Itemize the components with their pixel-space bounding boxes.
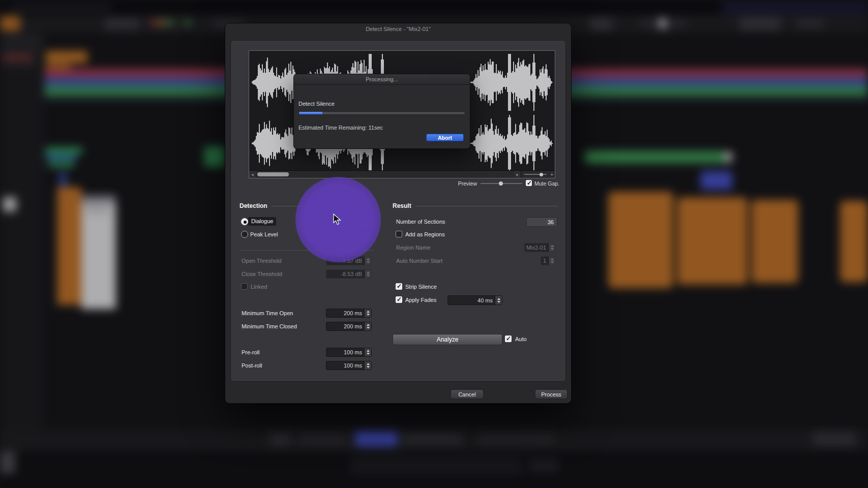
pre-roll-stepper-icon[interactable]	[364, 348, 371, 356]
number-of-sections-value: 36	[526, 217, 557, 227]
post-roll-value: 100 ms	[326, 362, 364, 369]
zoom-plus-icon[interactable]: +	[550, 171, 553, 178]
minimum-time-open-stepper-icon[interactable]	[364, 309, 371, 317]
screen: Detect Silence - "Mix2-01" ◂ ▸ + Preview	[0, 0, 868, 488]
auto-number-start-field[interactable]: 1	[541, 256, 556, 265]
waveform-scrollbar[interactable]: ◂ ▸ +	[249, 170, 555, 178]
minimum-time-open-label: Minimum Time Open	[242, 310, 293, 316]
linked-label: Linked	[251, 284, 267, 290]
pre-roll-value: 100 ms	[326, 349, 364, 355]
process-button[interactable]: Process	[535, 389, 567, 399]
apply-fades-stepper-icon[interactable]	[495, 296, 502, 304]
post-roll-label: Post-roll	[242, 362, 262, 369]
scrollbar-thumb[interactable]	[257, 172, 289, 176]
apply-fades-checkbox[interactable]	[396, 296, 402, 303]
progress-fill	[299, 112, 322, 114]
dialogue-radio-label[interactable]: Dialogue	[248, 217, 276, 226]
result-header-label: Result	[393, 202, 411, 209]
detect-silence-dialog: Detect Silence - "Mix2-01" ◂ ▸ + Preview	[225, 23, 571, 403]
minimum-time-closed-stepper-icon[interactable]	[364, 322, 371, 330]
processing-modal: Processing... Detect Silence Estimated T…	[294, 74, 470, 148]
zoom-slider-track	[524, 174, 547, 175]
progress-bar	[298, 111, 465, 115]
post-roll-field[interactable]: 100 ms	[326, 361, 372, 370]
eta-text: Estimated Time Remaining: 11sec	[298, 125, 383, 131]
open-threshold-label: Open Threshold	[242, 258, 282, 264]
result-section-header: Result	[393, 202, 558, 209]
dialogue-radio[interactable]	[241, 218, 248, 225]
minimum-time-open-value: 200 ms	[326, 310, 364, 316]
open-threshold-stepper-icon[interactable]	[364, 257, 371, 265]
close-threshold-field[interactable]: -8.53 dB	[326, 269, 372, 279]
region-name-field[interactable]: Mix2-01	[524, 243, 556, 252]
close-threshold-value: -8.53 dB	[326, 271, 364, 277]
apply-fades-value: 40 ms	[448, 297, 495, 303]
processing-task-label: Detect Silence	[298, 101, 335, 107]
region-name-label: Region Name	[396, 245, 430, 251]
abort-button[interactable]: Abort	[426, 134, 464, 141]
mute-gap-label: Mute Gap.	[534, 180, 559, 187]
peak-level-radio[interactable]	[241, 231, 248, 238]
mute-gap-checkbox[interactable]	[526, 180, 532, 186]
auto-number-start-label: Auto Number Start	[396, 258, 442, 264]
auto-number-start-stepper-icon[interactable]	[548, 257, 555, 265]
add-as-regions-checkbox[interactable]	[396, 231, 402, 237]
scrollbar-track[interactable]	[256, 171, 514, 178]
apply-fades-label[interactable]: Apply Fades	[405, 297, 436, 303]
region-name-value: Mix2-01	[525, 245, 548, 251]
auto-checkbox[interactable]	[505, 336, 512, 342]
cancel-button[interactable]: Cancel	[451, 389, 484, 399]
post-roll-stepper-icon[interactable]	[364, 361, 371, 370]
waveform-zoom-slider[interactable]: +	[521, 171, 555, 178]
preview-volume-thumb[interactable]	[499, 181, 503, 186]
strip-silence-label[interactable]: Strip Silence	[405, 284, 437, 290]
auto-label[interactable]: Auto	[515, 336, 527, 342]
pre-roll-field[interactable]: 100 ms	[326, 348, 372, 357]
mouse-cursor-icon	[333, 214, 344, 226]
number-of-sections-label: Number of Sections	[396, 219, 445, 225]
add-as-regions-label[interactable]: Add as Regions	[405, 231, 445, 237]
minimum-time-open-field[interactable]: 200 ms	[326, 309, 372, 318]
minimum-time-closed-value: 200 ms	[326, 323, 364, 329]
region-name-stepper-icon[interactable]	[548, 243, 555, 252]
dialog-title: Detect Silence - "Mix2-01"	[225, 26, 571, 32]
close-threshold-label: Close Threshold	[242, 271, 282, 277]
detection-header-label: Detection	[240, 202, 267, 209]
processing-modal-title: Processing...	[294, 74, 470, 85]
close-threshold-stepper-icon[interactable]	[364, 270, 371, 278]
preview-label: Preview	[439, 180, 477, 187]
strip-silence-checkbox[interactable]	[396, 283, 402, 290]
linked-checkbox[interactable]	[241, 283, 248, 290]
minimum-time-closed-field[interactable]: 200 ms	[326, 322, 372, 331]
peak-level-radio-label[interactable]: Peak Level	[250, 231, 278, 237]
analyze-button[interactable]: Analyze	[393, 334, 502, 345]
scroll-right-arrow-icon[interactable]: ▸	[514, 171, 521, 178]
auto-number-start-value: 1	[541, 258, 548, 264]
apply-fades-field[interactable]: 40 ms	[447, 295, 502, 305]
pre-roll-label: Pre-roll	[242, 349, 259, 355]
scroll-left-arrow-icon[interactable]: ◂	[249, 171, 256, 178]
zoom-slider-thumb[interactable]	[540, 173, 543, 176]
minimum-time-closed-label: Minimum Time Closed	[242, 323, 297, 329]
